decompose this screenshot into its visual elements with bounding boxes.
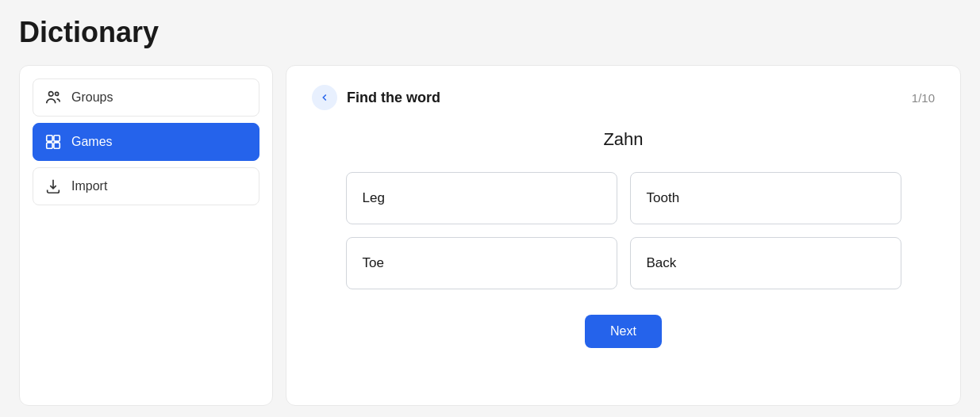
main-layout: Groups Games Import xyxy=(19,65,961,406)
options-grid: Leg Tooth Toe Back xyxy=(346,172,901,289)
option-tooth[interactable]: Tooth xyxy=(630,172,901,224)
option-back[interactable]: Back xyxy=(630,237,901,289)
progress-indicator: 1/10 xyxy=(912,91,935,105)
svg-rect-3 xyxy=(54,136,60,141)
svg-rect-2 xyxy=(47,136,52,141)
import-icon xyxy=(44,178,62,195)
content-panel: Find the word 1/10 Zahn Leg Tooth Toe Ba… xyxy=(286,65,961,406)
sidebar-item-groups[interactable]: Groups xyxy=(33,78,259,117)
word-prompt: Zahn xyxy=(312,129,935,150)
groups-icon xyxy=(44,89,62,106)
sidebar: Groups Games Import xyxy=(19,65,273,406)
option-leg[interactable]: Leg xyxy=(346,172,617,224)
games-icon xyxy=(44,133,62,151)
sidebar-item-import[interactable]: Import xyxy=(33,167,259,205)
sidebar-item-groups-label: Groups xyxy=(71,90,113,105)
back-button[interactable] xyxy=(312,85,337,110)
svg-point-1 xyxy=(56,92,59,95)
svg-rect-5 xyxy=(54,143,60,148)
next-button[interactable]: Next xyxy=(585,315,662,348)
svg-point-0 xyxy=(49,92,54,97)
panel-header: Find the word 1/10 xyxy=(312,85,935,110)
next-button-wrap: Next xyxy=(312,315,935,348)
sidebar-item-games-label: Games xyxy=(71,135,113,149)
page-title: Dictionary xyxy=(19,16,961,49)
sidebar-item-import-label: Import xyxy=(71,179,107,193)
svg-rect-4 xyxy=(47,143,52,148)
option-toe[interactable]: Toe xyxy=(346,237,617,289)
sidebar-item-games[interactable]: Games xyxy=(33,123,259,161)
panel-title: Find the word xyxy=(347,90,440,106)
